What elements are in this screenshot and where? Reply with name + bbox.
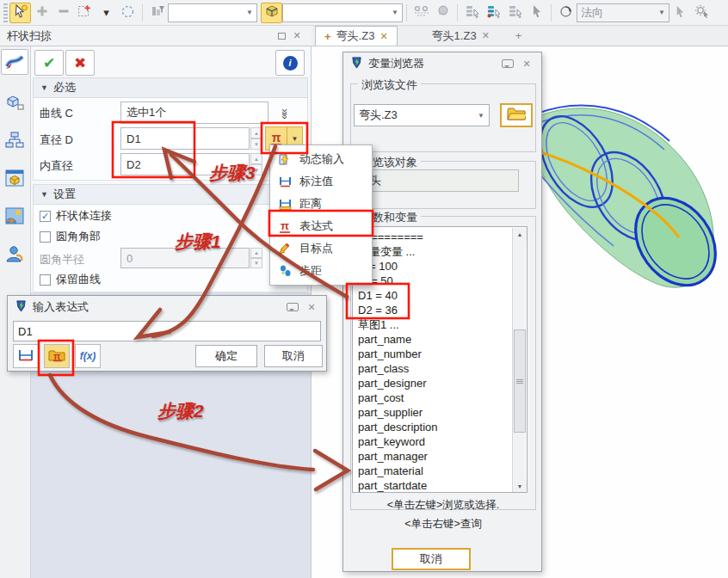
history-manager-button[interactable] bbox=[1, 128, 28, 154]
list-pick-button-1[interactable] bbox=[461, 3, 483, 23]
dimension-value-button[interactable] bbox=[13, 344, 39, 368]
keep-curve-checkbox[interactable]: 保留曲线 bbox=[40, 272, 101, 287]
fillet-corner-checkbox[interactable]: 圆角角部 bbox=[40, 229, 101, 244]
filter-combobox[interactable]: ▼ bbox=[168, 3, 257, 22]
list-item[interactable]: part_number bbox=[358, 347, 527, 361]
fillet-radius-spinner[interactable]: ▲▼ bbox=[250, 248, 262, 268]
section-required[interactable]: ▼ 必选 bbox=[33, 77, 308, 98]
scroll-down-icon[interactable]: ▼ bbox=[513, 480, 527, 493]
add-entity-button[interactable] bbox=[31, 3, 52, 23]
sphere-snap-button[interactable] bbox=[432, 3, 453, 23]
list-item[interactable]: part_startdate bbox=[358, 478, 527, 493]
diameter-spinner[interactable]: ▲▼ bbox=[250, 127, 262, 150]
list-item-d2[interactable]: D2 = 36 bbox=[358, 303, 527, 317]
diameter-field[interactable]: D1 bbox=[120, 127, 250, 150]
menu-item-target-point[interactable]: 目标点 bbox=[270, 237, 372, 260]
tab-bend-z3[interactable]: + 弯头.Z3 ✕ bbox=[315, 26, 398, 46]
section-settings[interactable]: ▼ 设置 bbox=[33, 184, 308, 205]
dialog-ok-button[interactable]: 确定 bbox=[195, 345, 257, 367]
list-item[interactable]: 标量变量 ... bbox=[358, 244, 527, 259]
sweep-manager-button[interactable] bbox=[1, 49, 28, 75]
pick-region-button[interactable] bbox=[74, 3, 96, 23]
filter-button[interactable] bbox=[146, 3, 168, 23]
menu-item-step[interactable]: 步距 bbox=[270, 260, 372, 282]
menu-item-distance[interactable]: 距离 bbox=[270, 193, 372, 215]
tab-close-icon[interactable]: ✕ bbox=[379, 31, 387, 42]
inner-diameter-spinner[interactable]: ▲▼ bbox=[250, 153, 262, 175]
list-item[interactable]: part_material bbox=[358, 464, 527, 478]
list-item[interactable]: part_description bbox=[358, 420, 527, 434]
menu-item-dynamic-input[interactable]: 动态输入 bbox=[270, 148, 372, 170]
variable-list[interactable]: ========== 标量变量 ... R = 100 r1 = 50 D1 =… bbox=[352, 226, 527, 493]
list-item[interactable]: R = 100 bbox=[358, 259, 527, 274]
tab-close-icon[interactable]: ✕ bbox=[482, 30, 490, 41]
list-item[interactable]: 草图1 ... bbox=[358, 317, 527, 332]
pick-only-button[interactable] bbox=[526, 3, 547, 23]
list-item[interactable]: part_class bbox=[358, 361, 527, 376]
toolbar-grip-handle[interactable] bbox=[3, 3, 8, 22]
scroll-thumb[interactable] bbox=[514, 329, 526, 433]
elbow-pipe-model[interactable] bbox=[532, 84, 728, 298]
tab-bend1-z3[interactable]: 弯头1.Z3 ✕ bbox=[423, 26, 498, 46]
variable-browser-button[interactable]: π bbox=[44, 344, 70, 368]
list-scrollbar[interactable]: ▲ ▼ bbox=[512, 228, 526, 493]
view-plane-button[interactable] bbox=[261, 3, 282, 23]
menu-item-expression[interactable]: π 表达式 bbox=[270, 215, 372, 237]
list-item[interactable]: part_keyword bbox=[358, 434, 527, 449]
pick-direction-button[interactable] bbox=[669, 3, 691, 23]
function-button[interactable]: f(x) bbox=[75, 344, 101, 368]
spin-up-icon[interactable]: ▲ bbox=[250, 127, 262, 138]
expression-input[interactable] bbox=[13, 321, 321, 341]
offset-point-button[interactable] bbox=[410, 3, 432, 23]
panel-close-button[interactable]: ✕ bbox=[289, 29, 305, 43]
list-item[interactable]: part_supplier bbox=[358, 405, 527, 420]
list-item[interactable]: part_designer bbox=[358, 376, 527, 390]
inner-diameter-field[interactable]: D2 bbox=[120, 153, 250, 175]
open-file-button[interactable] bbox=[500, 103, 533, 127]
role-manager-button[interactable] bbox=[1, 242, 28, 267]
spin-down-icon[interactable]: ▼ bbox=[250, 258, 262, 268]
spin-down-icon[interactable]: ▼ bbox=[250, 164, 262, 175]
browser-close-button[interactable]: ✕ bbox=[519, 57, 534, 71]
spin-up-icon[interactable]: ▲ bbox=[250, 248, 262, 258]
dialog-cancel-button[interactable]: 取消 bbox=[264, 345, 323, 367]
plane-combobox[interactable]: ▼ bbox=[282, 3, 403, 22]
info-button[interactable]: i bbox=[275, 50, 305, 76]
help-balloon-button[interactable] bbox=[502, 58, 514, 71]
new-tab-button[interactable]: + bbox=[507, 26, 531, 46]
file-combobox[interactable]: 弯头.Z3 ▼ bbox=[354, 104, 490, 126]
reorient-button[interactable] bbox=[555, 3, 577, 23]
pick-region-dropdown[interactable]: ▾ bbox=[96, 3, 117, 23]
pick-circle-button[interactable] bbox=[117, 3, 139, 23]
ok-button[interactable]: ✔ bbox=[34, 50, 64, 76]
assembly-manager-button[interactable] bbox=[1, 90, 28, 116]
cancel-command-button[interactable]: ✖ bbox=[65, 50, 95, 76]
curve-expand-button[interactable]: »» bbox=[274, 103, 296, 122]
list-item[interactable]: ========== bbox=[358, 230, 527, 244]
rod-connect-checkbox[interactable]: ✓杆状体连接 bbox=[40, 208, 112, 224]
dialog-close-button[interactable]: ✕ bbox=[304, 300, 319, 314]
browser-cancel-button[interactable]: 取消 bbox=[392, 548, 471, 570]
curve-field[interactable]: 选中1个 bbox=[120, 101, 268, 124]
spin-up-icon[interactable]: ▲ bbox=[250, 153, 262, 164]
list-item[interactable]: r1 = 50 bbox=[358, 274, 527, 288]
list-item[interactable]: part_manager bbox=[358, 449, 527, 464]
dialog-titlebar[interactable]: 输入表达式 ✕ bbox=[8, 296, 326, 318]
render-manager-button[interactable] bbox=[1, 204, 28, 230]
help-balloon-button[interactable] bbox=[287, 301, 299, 314]
list-pick-button-3[interactable] bbox=[504, 3, 526, 23]
pick-settings-button[interactable] bbox=[691, 3, 713, 23]
list-item[interactable]: part_name bbox=[358, 332, 527, 347]
menu-item-dimension-value[interactable]: 标注值 bbox=[270, 170, 372, 193]
remove-entity-button[interactable] bbox=[52, 3, 74, 23]
panel-restore-button[interactable] bbox=[274, 29, 289, 43]
pick-help-button[interactable] bbox=[9, 3, 31, 23]
scroll-up-icon[interactable]: ▲ bbox=[513, 228, 527, 241]
list-item[interactable]: part_cost bbox=[358, 390, 527, 405]
browser-titlebar[interactable]: 变量浏览器 ✕ bbox=[343, 52, 541, 75]
list-pick-button-2[interactable] bbox=[483, 3, 504, 23]
fillet-radius-field[interactable]: 0 bbox=[120, 248, 250, 268]
normal-combobox[interactable]: 法向▼ bbox=[577, 3, 669, 22]
spin-down-icon[interactable]: ▼ bbox=[250, 138, 262, 150]
list-item-d1[interactable]: D1 = 40 bbox=[358, 288, 527, 303]
